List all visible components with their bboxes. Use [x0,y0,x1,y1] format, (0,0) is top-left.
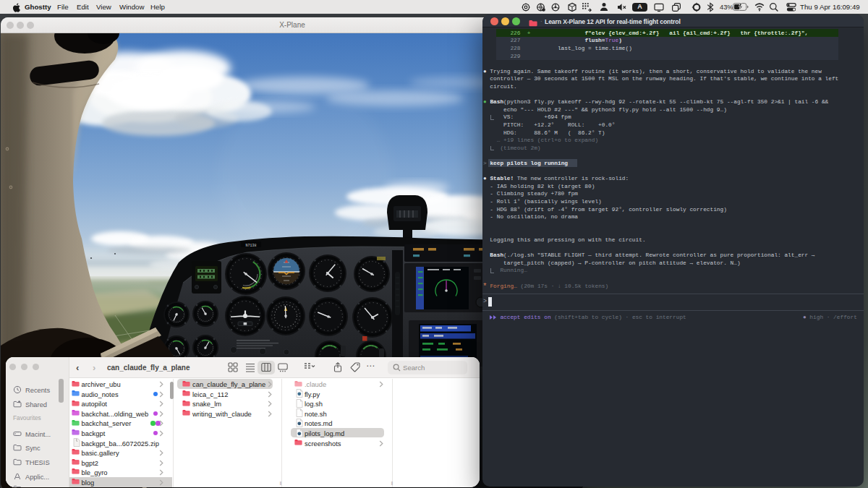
svg-text:N7138: N7138 [245,244,256,248]
